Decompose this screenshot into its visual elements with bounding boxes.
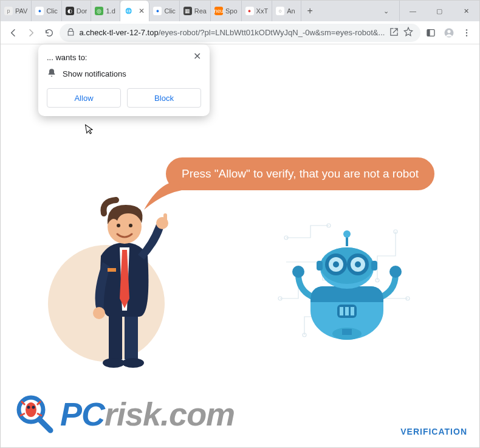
favicon: ◎ xyxy=(95,7,103,15)
favicon: ◐ xyxy=(66,7,74,15)
reload-button[interactable] xyxy=(41,24,57,41)
favicon: ○ xyxy=(276,7,284,15)
side-panel-icon[interactable] xyxy=(423,24,439,41)
svg-point-3 xyxy=(447,30,450,33)
browser-tab[interactable]: ◐Dor xyxy=(62,1,92,21)
favicon: neu xyxy=(214,7,223,15)
svg-point-6 xyxy=(466,35,467,36)
minimize-button[interactable]: — xyxy=(399,1,426,21)
svg-point-42 xyxy=(355,261,361,267)
magnifier-bug-icon xyxy=(13,393,55,435)
browser-tab[interactable]: ○An xyxy=(272,1,301,21)
svg-point-51 xyxy=(26,402,36,417)
back-button[interactable] xyxy=(5,24,21,41)
svg-rect-7 xyxy=(109,311,122,359)
page-footer: PCrisk.com VERIFICATION xyxy=(1,381,479,447)
permission-origin-text: ... wants to: xyxy=(47,53,87,62)
kebab-menu-icon[interactable] xyxy=(459,24,475,41)
close-window-button[interactable]: ✕ xyxy=(453,1,479,21)
tab-title: Clic xyxy=(46,7,57,15)
svg-point-44 xyxy=(343,230,351,238)
svg-rect-8 xyxy=(125,311,138,359)
window-titlebar: pPAV●Clic◐Dor◎1.d🌐✕●Clic▦ReaneuSpo●XxT○A… xyxy=(1,1,479,21)
svg-point-16 xyxy=(129,224,132,227)
tab-title: Rea xyxy=(194,7,207,15)
browser-tab[interactable]: neuSpo xyxy=(211,1,242,21)
svg-point-9 xyxy=(103,358,125,368)
browser-tab[interactable]: ●Clic xyxy=(149,1,179,21)
svg-rect-33 xyxy=(345,307,349,315)
tabs-dropdown-button[interactable]: ⌄ xyxy=(372,1,399,21)
svg-point-41 xyxy=(333,261,339,267)
svg-rect-32 xyxy=(340,307,343,315)
bell-icon xyxy=(47,68,57,80)
svg-point-11 xyxy=(93,307,105,319)
browser-tab[interactable]: pPAV xyxy=(1,1,32,21)
svg-point-15 xyxy=(117,224,120,227)
tab-title: Spo xyxy=(225,7,238,15)
logo-text: PCrisk.com xyxy=(60,395,235,433)
verification-label: VERIFICATION xyxy=(400,427,467,436)
browser-tab[interactable]: ●XxT xyxy=(242,1,273,21)
favicon: ● xyxy=(153,7,162,15)
svg-point-57 xyxy=(32,406,35,409)
close-icon[interactable]: ✕ xyxy=(193,53,201,60)
lock-icon xyxy=(67,28,75,38)
svg-point-30 xyxy=(389,266,402,278)
svg-point-4 xyxy=(466,29,467,30)
svg-point-5 xyxy=(466,32,467,33)
favicon: ▦ xyxy=(183,7,192,15)
allow-button[interactable]: Allow xyxy=(47,88,121,108)
browser-tab[interactable]: ▦Rea xyxy=(180,1,211,21)
browser-tab[interactable]: 🌐✕ xyxy=(120,1,149,21)
svg-line-50 xyxy=(39,419,50,430)
svg-rect-45 xyxy=(317,261,323,271)
svg-rect-13 xyxy=(163,213,167,224)
svg-rect-46 xyxy=(371,261,377,271)
forward-button[interactable] xyxy=(24,24,39,41)
tab-title: 1.d xyxy=(106,7,116,15)
browser-toolbar: a.check-tl-ver-12-7.top/eyes-robot/?pl=L… xyxy=(1,21,479,44)
tab-close-icon[interactable]: ✕ xyxy=(138,7,145,15)
svg-rect-1 xyxy=(427,29,430,36)
share-icon[interactable] xyxy=(389,27,399,38)
favicon: ● xyxy=(35,7,44,15)
profile-avatar-icon[interactable] xyxy=(441,24,457,41)
browser-tab[interactable]: ◎1.d xyxy=(91,1,120,21)
window-controls: ⌄ — ▢ ✕ xyxy=(372,1,479,21)
svg-point-56 xyxy=(27,406,30,409)
svg-point-10 xyxy=(122,358,144,368)
bookmark-star-icon[interactable] xyxy=(403,27,413,38)
speech-bubble: Press "Allow" to verify, that you are no… xyxy=(166,157,434,190)
permission-label: Show notifications xyxy=(63,69,126,78)
url-text: a.check-tl-ver-12-7.top/eyes-robot/?pl=L… xyxy=(80,28,385,37)
svg-point-29 xyxy=(292,266,304,278)
tab-title: PAV xyxy=(15,7,27,15)
notification-permission-prompt: ... wants to: ✕ Show notifications Allow… xyxy=(38,44,210,116)
tab-title: Dor xyxy=(77,7,87,15)
new-tab-button[interactable]: + xyxy=(301,1,318,21)
tab-strip: pPAV●Clic◐Dor◎1.d🌐✕●Clic▦ReaneuSpo●XxT○A… xyxy=(1,1,301,21)
favicon: p xyxy=(4,7,13,15)
address-bar[interactable]: a.check-tl-ver-12-7.top/eyes-robot/?pl=L… xyxy=(60,24,421,42)
svg-rect-48 xyxy=(342,329,352,335)
browser-tab[interactable]: ●Clic xyxy=(32,1,61,21)
block-button[interactable]: Block xyxy=(127,88,201,108)
man-illustration xyxy=(61,189,183,371)
maximize-button[interactable]: ▢ xyxy=(426,1,453,21)
favicon: ● xyxy=(245,7,254,15)
favicon: 🌐 xyxy=(124,7,132,15)
tab-title: An xyxy=(287,7,297,15)
tab-title: XxT xyxy=(256,7,269,15)
svg-rect-17 xyxy=(108,268,116,272)
tab-title: Clic xyxy=(164,7,175,15)
robot-illustration xyxy=(274,213,420,359)
svg-rect-34 xyxy=(351,307,354,315)
pcrisk-logo: PCrisk.com xyxy=(13,393,235,435)
